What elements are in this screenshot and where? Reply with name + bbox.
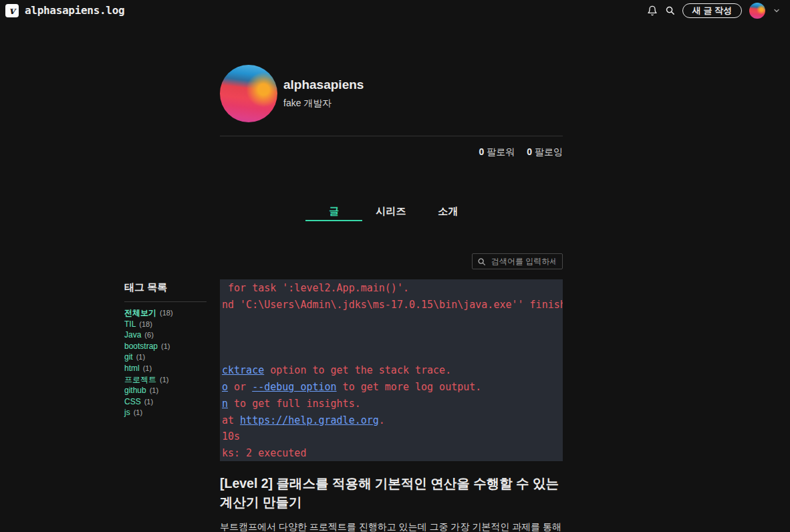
followers-stat: 0팔로워: [479, 146, 515, 157]
tag-name: 프로젝트: [124, 375, 156, 384]
bell-icon[interactable]: [647, 5, 658, 16]
search-icon[interactable]: [665, 5, 675, 15]
blog-title-link[interactable]: alphasapiens.log: [25, 4, 124, 17]
tag-count: (1): [144, 398, 153, 406]
tag-link[interactable]: git(1): [124, 352, 211, 363]
new-post-button[interactable]: 새 글 작성: [682, 3, 742, 18]
code-line: [222, 313, 563, 329]
tag-link[interactable]: 전체보기(18): [124, 307, 211, 319]
top-navbar: v alphasapiens.log 새 글 작성: [0, 0, 790, 21]
tag-name: Java: [124, 330, 141, 340]
code-line: ks: 2 executed: [222, 445, 563, 461]
following-stat: 0팔로잉: [527, 146, 563, 157]
code-line: [222, 346, 563, 363]
search-icon: [477, 257, 486, 266]
tag-name: github: [124, 386, 146, 395]
tag-list-section: 태그 목록 전체보기(18)TIL(18)Java(6)bootstrap(1)…: [124, 281, 211, 418]
tag-count: (1): [150, 386, 158, 394]
tag-link[interactable]: html(1): [124, 363, 211, 374]
tag-count: (1): [134, 408, 142, 416]
profile-tabs: 글시리즈소개: [305, 202, 477, 221]
tag-items: 전체보기(18)TIL(18)Java(6)bootstrap(1)git(1)…: [124, 307, 211, 418]
tag-name: html: [124, 364, 140, 373]
following-label: 팔로잉: [535, 146, 563, 157]
tag-count: (18): [160, 309, 173, 317]
chevron-down-icon[interactable]: [773, 7, 781, 15]
navbar-left: v alphasapiens.log: [5, 4, 124, 17]
tag-link[interactable]: Java(6): [124, 329, 211, 341]
code-line: n to get full insights.: [222, 396, 563, 412]
following-count: 0: [527, 146, 532, 157]
followers-count: 0: [479, 146, 485, 157]
code-line: for task ':level2.App.main()'.: [222, 280, 563, 297]
code-line: 10s: [222, 428, 563, 445]
tag-count: (1): [143, 364, 152, 372]
tag-link[interactable]: CSS(1): [124, 396, 211, 408]
velog-logo-glyph: v: [9, 5, 15, 17]
tag-name: bootstrap: [124, 342, 158, 351]
tag-name: git: [124, 352, 133, 362]
tag-link[interactable]: js(1): [124, 407, 211, 418]
code-line: [222, 329, 563, 346]
tag-list-divider: [124, 301, 207, 302]
tag-link[interactable]: bootstrap(1): [124, 341, 211, 352]
follow-stats: 0팔로워 0팔로잉: [220, 146, 563, 158]
tag-link[interactable]: github(1): [124, 385, 211, 396]
tag-link[interactable]: 프로젝트(1): [124, 374, 211, 386]
profile-bio: fake 개발자: [283, 98, 332, 110]
avatar[interactable]: [749, 3, 765, 19]
code-line: nd 'C:\Users\Admin\.jdks\ms-17.0.15\bin\…: [222, 297, 563, 313]
tag-list-title: 태그 목록: [124, 281, 211, 294]
search-input[interactable]: [490, 256, 557, 267]
tag-search-box: [472, 253, 563, 269]
tag-count: (18): [139, 320, 152, 328]
tag-link[interactable]: TIL(18): [124, 319, 211, 330]
navbar-right: 새 글 작성: [647, 3, 781, 19]
code-line: o or --debug option to get more log outp…: [222, 379, 563, 396]
tag-name: TIL: [124, 319, 136, 329]
tab-1[interactable]: 시리즈: [362, 202, 419, 221]
tab-0[interactable]: 글: [305, 202, 362, 221]
post-thumbnail-code-output[interactable]: for task ':level2.App.main()'.nd 'C:\Use…: [220, 279, 563, 461]
tag-count: (1): [160, 376, 168, 384]
tag-count: (1): [136, 353, 145, 361]
tag-count: (6): [144, 331, 153, 339]
post-title[interactable]: [Level 2] 클래스를 적용해 기본적인 연산을 수행할 수 있는 계산기…: [220, 474, 563, 511]
post-excerpt[interactable]: 부트캠프에서 다양한 프로젝트를 진행하고 있는데 그중 가장 기본적인 과제를…: [220, 519, 563, 532]
code-line: cktrace option to get the stack trace.: [222, 362, 563, 379]
tag-count: (1): [161, 342, 170, 350]
profile-name: alphasapiens: [283, 78, 364, 92]
profile-avatar: [220, 65, 277, 122]
velog-logo[interactable]: v: [5, 4, 19, 17]
profile-divider: [220, 136, 563, 136]
tag-name: js: [124, 408, 130, 417]
code-line: at https://help.gradle.org.: [222, 412, 563, 429]
tag-name: 전체보기: [124, 308, 156, 317]
tab-2[interactable]: 소개: [420, 202, 477, 221]
tag-name: CSS: [124, 397, 141, 406]
followers-label: 팔로워: [487, 146, 515, 157]
